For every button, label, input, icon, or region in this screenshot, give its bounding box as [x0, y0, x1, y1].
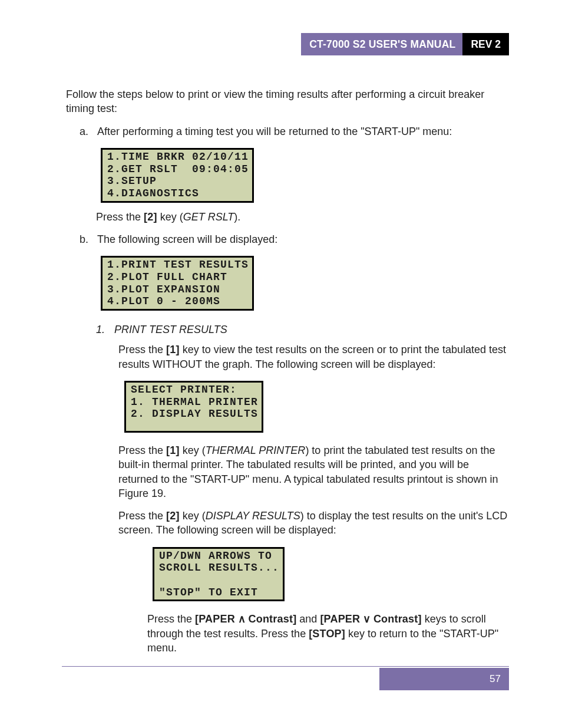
lcd-screen-print-menu: 1.PRINT TEST RESULTS 2.PLOT FULL CHART 3…	[101, 256, 254, 311]
step-a-press: Press the [2] key (GET RSLT).	[96, 210, 509, 224]
text: Press the	[118, 510, 166, 522]
option-1-p1: Press the [1] key to view the test resul…	[118, 342, 508, 371]
option-1-p4: Press the [PAPER ∧ Contrast] and [PAPER …	[147, 612, 505, 655]
intro-paragraph: Follow the steps below to print or view …	[66, 87, 502, 116]
text: Press the	[147, 613, 195, 625]
option-1-heading: 1.PRINT TEST RESULTS	[96, 322, 509, 337]
step-a: a.After performing a timing test you wil…	[80, 124, 509, 139]
text: Press the	[96, 211, 144, 223]
revision-label: REV 2	[462, 33, 509, 55]
text: Press the	[118, 444, 166, 456]
text: Press the	[118, 344, 166, 355]
text: and	[296, 613, 320, 625]
text: key (	[157, 211, 183, 223]
key-1: [1]	[166, 444, 180, 456]
lcd-screen-select-printer: SELECT PRINTER: 1. THERMAL PRINTER 2. DI…	[124, 381, 263, 433]
key-2: [2]	[166, 510, 180, 522]
option-1-number: 1.	[96, 322, 114, 337]
key-2: [2]	[144, 211, 157, 223]
option-1-title: PRINT TEST RESULTS	[114, 324, 227, 335]
text-italic: THERMAL PRINTER	[206, 444, 306, 456]
lcd-screen-scroll: UP/DWN ARROWS TO SCROLL RESULTS... "STOP…	[153, 547, 285, 602]
manual-title: CT-7000 S2 USER'S MANUAL	[301, 33, 462, 55]
step-a-text: After performing a timing test you will …	[97, 126, 452, 137]
key-stop: [STOP]	[309, 628, 345, 640]
text-italic: DISPLAY RESULTS	[206, 510, 300, 522]
page-header: CT-7000 S2 USER'S MANUAL REV 2	[62, 33, 509, 55]
step-b-text: The following screen will be displayed:	[97, 233, 277, 245]
footer-rule	[62, 666, 509, 667]
text-italic: GET RSLT	[183, 211, 234, 223]
option-1-p3: Press the [2] key (DISPLAY RESULTS) to d…	[118, 509, 508, 538]
step-a-letter: a.	[80, 124, 97, 139]
text: key (	[180, 444, 206, 456]
page-number: 57	[490, 673, 501, 685]
text: ).	[234, 211, 240, 223]
key-paper-down: [PAPER ∨ Contrast]	[320, 613, 421, 625]
key-1: [1]	[166, 344, 180, 355]
step-b-letter: b.	[80, 232, 97, 246]
text: key (	[180, 510, 206, 522]
step-b: b.The following screen will be displayed…	[80, 232, 509, 246]
key-paper-up: [PAPER ∧ Contrast]	[195, 613, 296, 625]
option-1-p2: Press the [1] key (THERMAL PRINTER) to p…	[118, 443, 508, 500]
page-footer: 57	[379, 668, 509, 690]
lcd-screen-startup: 1.TIME BRKR 02/10/11 2.GET RSLT 09:04:05…	[101, 148, 254, 203]
